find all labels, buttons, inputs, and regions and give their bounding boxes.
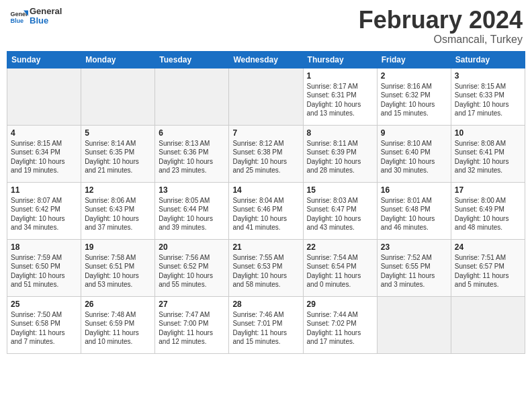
day-info: Sunrise: 7:55 AMSunset: 6:53 PMDaylight:… <box>232 253 299 289</box>
calendar-cell: 9Sunrise: 8:10 AMSunset: 6:40 PMDaylight… <box>377 125 451 182</box>
day-info: Sunrise: 7:52 AMSunset: 6:55 PMDaylight:… <box>381 253 447 289</box>
day-number: 28 <box>232 300 299 309</box>
day-info: Sunrise: 8:01 AMSunset: 6:48 PMDaylight:… <box>381 196 447 232</box>
calendar-cell: 3Sunrise: 8:15 AMSunset: 6:33 PMDaylight… <box>451 68 525 125</box>
calendar-cell: 13Sunrise: 8:05 AMSunset: 6:44 PMDayligh… <box>155 182 229 239</box>
logo: General Blue General Blue <box>9 7 62 26</box>
week-row-5: 25Sunrise: 7:50 AMSunset: 6:58 PMDayligh… <box>7 296 525 353</box>
day-number: 20 <box>159 242 225 252</box>
weekday-header-row: SundayMondayTuesdayWednesdayThursdayFrid… <box>7 51 525 68</box>
day-number: 19 <box>85 242 151 252</box>
day-number: 2 <box>381 71 447 81</box>
calendar-cell: 24Sunrise: 7:51 AMSunset: 6:57 PMDayligh… <box>451 239 525 296</box>
day-number: 27 <box>159 300 225 309</box>
calendar-cell: 16Sunrise: 8:01 AMSunset: 6:48 PMDayligh… <box>377 182 451 239</box>
calendar-cell: 4Sunrise: 8:15 AMSunset: 6:34 PMDaylight… <box>7 125 81 182</box>
day-number: 21 <box>232 242 299 252</box>
calendar-cell: 12Sunrise: 8:06 AMSunset: 6:43 PMDayligh… <box>81 182 155 239</box>
calendar-cell: 25Sunrise: 7:50 AMSunset: 6:58 PMDayligh… <box>7 296 81 353</box>
calendar-cell <box>155 68 229 125</box>
day-info: Sunrise: 7:59 AMSunset: 6:50 PMDaylight:… <box>11 253 77 289</box>
day-info: Sunrise: 8:15 AMSunset: 6:34 PMDaylight:… <box>11 139 77 175</box>
day-info: Sunrise: 7:54 AMSunset: 6:54 PMDaylight:… <box>307 253 373 289</box>
day-info: Sunrise: 8:16 AMSunset: 6:32 PMDaylight:… <box>381 82 447 118</box>
location: Osmancali, Turkey <box>359 34 523 46</box>
calendar-cell: 20Sunrise: 7:56 AMSunset: 6:52 PMDayligh… <box>155 239 229 296</box>
day-number: 11 <box>11 185 77 195</box>
weekday-header-wednesday: Wednesday <box>229 51 303 68</box>
day-info: Sunrise: 7:44 AMSunset: 7:02 PMDaylight:… <box>307 310 373 347</box>
weekday-header-friday: Friday <box>377 51 451 68</box>
calendar-cell: 6Sunrise: 8:13 AMSunset: 6:36 PMDaylight… <box>155 125 229 182</box>
day-number: 7 <box>232 128 299 138</box>
calendar-cell <box>81 68 155 125</box>
week-row-2: 4Sunrise: 8:15 AMSunset: 6:34 PMDaylight… <box>7 125 525 182</box>
calendar-cell <box>7 68 81 125</box>
calendar-cell: 29Sunrise: 7:44 AMSunset: 7:02 PMDayligh… <box>303 296 377 353</box>
weekday-header-thursday: Thursday <box>303 51 377 68</box>
day-info: Sunrise: 8:05 AMSunset: 6:44 PMDaylight:… <box>159 196 225 232</box>
day-number: 13 <box>159 185 225 195</box>
calendar-cell: 7Sunrise: 8:12 AMSunset: 6:38 PMDaylight… <box>229 125 303 182</box>
day-info: Sunrise: 7:58 AMSunset: 6:51 PMDaylight:… <box>85 253 151 289</box>
day-info: Sunrise: 8:13 AMSunset: 6:36 PMDaylight:… <box>159 139 225 175</box>
calendar-cell: 23Sunrise: 7:52 AMSunset: 6:55 PMDayligh… <box>377 239 451 296</box>
calendar-cell: 27Sunrise: 7:47 AMSunset: 7:00 PMDayligh… <box>155 296 229 353</box>
week-row-1: 1Sunrise: 8:17 AMSunset: 6:31 PMDaylight… <box>7 68 525 125</box>
day-info: Sunrise: 7:51 AMSunset: 6:57 PMDaylight:… <box>455 253 521 289</box>
calendar-cell: 15Sunrise: 8:03 AMSunset: 6:47 PMDayligh… <box>303 182 377 239</box>
day-info: Sunrise: 8:07 AMSunset: 6:42 PMDaylight:… <box>11 196 77 232</box>
day-number: 3 <box>455 71 521 81</box>
day-info: Sunrise: 8:06 AMSunset: 6:43 PMDaylight:… <box>85 196 151 232</box>
day-number: 22 <box>307 242 373 252</box>
day-number: 8 <box>307 128 373 138</box>
day-info: Sunrise: 8:10 AMSunset: 6:40 PMDaylight:… <box>381 139 447 175</box>
calendar-cell: 28Sunrise: 7:46 AMSunset: 7:01 PMDayligh… <box>229 296 303 353</box>
day-number: 1 <box>307 71 373 81</box>
day-number: 12 <box>85 185 151 195</box>
calendar-cell: 21Sunrise: 7:55 AMSunset: 6:53 PMDayligh… <box>229 239 303 296</box>
calendar-cell: 14Sunrise: 8:04 AMSunset: 6:46 PMDayligh… <box>229 182 303 239</box>
day-number: 6 <box>159 128 225 138</box>
calendar-cell <box>377 296 451 353</box>
calendar-cell: 19Sunrise: 7:58 AMSunset: 6:51 PMDayligh… <box>81 239 155 296</box>
calendar-cell <box>451 296 525 353</box>
logo-blue: Blue <box>30 16 62 26</box>
day-number: 14 <box>232 185 299 195</box>
day-info: Sunrise: 7:50 AMSunset: 6:58 PMDaylight:… <box>11 310 77 347</box>
calendar-cell: 8Sunrise: 8:11 AMSunset: 6:39 PMDaylight… <box>303 125 377 182</box>
calendar-cell: 17Sunrise: 8:00 AMSunset: 6:49 PMDayligh… <box>451 182 525 239</box>
page-header: General Blue General Blue February 2024 … <box>7 7 525 46</box>
weekday-header-tuesday: Tuesday <box>155 51 229 68</box>
svg-text:Blue: Blue <box>10 17 24 24</box>
day-number: 18 <box>11 242 77 252</box>
calendar-cell: 1Sunrise: 8:17 AMSunset: 6:31 PMDaylight… <box>303 68 377 125</box>
logo-general: General <box>30 7 62 16</box>
calendar-cell: 5Sunrise: 8:14 AMSunset: 6:35 PMDaylight… <box>81 125 155 182</box>
day-number: 4 <box>11 128 77 138</box>
weekday-header-saturday: Saturday <box>451 51 525 68</box>
day-info: Sunrise: 8:03 AMSunset: 6:47 PMDaylight:… <box>307 196 373 232</box>
day-info: Sunrise: 8:04 AMSunset: 6:46 PMDaylight:… <box>232 196 299 232</box>
day-info: Sunrise: 7:56 AMSunset: 6:52 PMDaylight:… <box>159 253 225 289</box>
day-number: 16 <box>381 185 447 195</box>
calendar-cell: 22Sunrise: 7:54 AMSunset: 6:54 PMDayligh… <box>303 239 377 296</box>
day-number: 25 <box>11 300 77 309</box>
title-block: February 2024 Osmancali, Turkey <box>359 7 523 46</box>
day-info: Sunrise: 7:46 AMSunset: 7:01 PMDaylight:… <box>232 310 299 347</box>
day-info: Sunrise: 8:11 AMSunset: 6:39 PMDaylight:… <box>307 139 373 175</box>
day-number: 10 <box>455 128 521 138</box>
calendar-cell <box>229 68 303 125</box>
day-info: Sunrise: 8:00 AMSunset: 6:49 PMDaylight:… <box>455 196 521 232</box>
day-number: 9 <box>381 128 447 138</box>
calendar: SundayMondayTuesdayWednesdayThursdayFrid… <box>7 51 525 354</box>
day-number: 24 <box>455 242 521 252</box>
day-number: 23 <box>381 242 447 252</box>
day-info: Sunrise: 7:48 AMSunset: 6:59 PMDaylight:… <box>85 310 151 347</box>
week-row-3: 11Sunrise: 8:07 AMSunset: 6:42 PMDayligh… <box>7 182 525 239</box>
day-number: 17 <box>455 185 521 195</box>
day-info: Sunrise: 8:08 AMSunset: 6:41 PMDaylight:… <box>455 139 521 175</box>
calendar-cell: 18Sunrise: 7:59 AMSunset: 6:50 PMDayligh… <box>7 239 81 296</box>
day-info: Sunrise: 8:14 AMSunset: 6:35 PMDaylight:… <box>85 139 151 175</box>
weekday-header-monday: Monday <box>81 51 155 68</box>
